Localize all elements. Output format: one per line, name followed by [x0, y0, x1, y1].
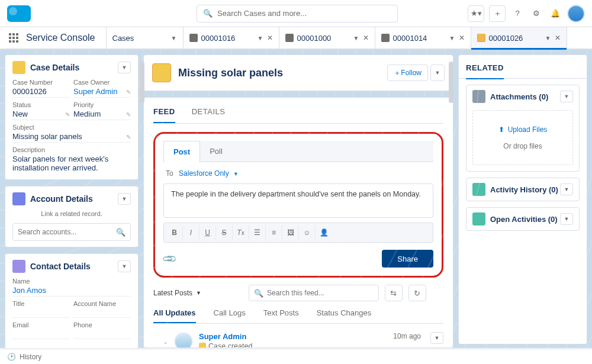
clear-format-button[interactable]: Tx: [233, 226, 249, 240]
feed-item-menu[interactable]: ▼: [430, 332, 443, 344]
bulleted-list-button[interactable]: ☰: [249, 226, 266, 240]
case-owner-link[interactable]: Super Admin: [73, 87, 131, 98]
card-menu-button[interactable]: ▼: [560, 183, 573, 195]
numbered-list-button[interactable]: ≡: [266, 226, 282, 240]
feed-refresh-button[interactable]: ↻: [408, 285, 426, 301]
workspace-tab-00001026[interactable]: 00001026 ▼ ✕: [471, 27, 567, 49]
composer-tab-post[interactable]: Post: [163, 141, 200, 162]
favorites-button[interactable]: ★▾: [468, 5, 484, 22]
mid-scrollbar[interactable]: [449, 62, 453, 103]
bold-button[interactable]: B: [166, 226, 183, 240]
italic-button[interactable]: I: [183, 226, 200, 240]
subtab-call-logs[interactable]: Call Logs: [214, 308, 246, 323]
help-icon[interactable]: ?: [510, 7, 525, 21]
edit-icon[interactable]: ✎: [65, 111, 70, 118]
workspace-tab-00001014[interactable]: 00001014 ▼ ✕: [375, 27, 471, 49]
field-label: Phone: [73, 321, 131, 328]
field-label: Account Name: [73, 300, 131, 307]
workspace: Case Details ▼ Case Number 00001026 Case…: [0, 50, 592, 348]
chevron-down-icon[interactable]: ▼: [253, 35, 263, 41]
composer-visibility[interactable]: To Salesforce Only ▼: [163, 169, 433, 178]
card-menu-button[interactable]: ▼: [118, 260, 131, 272]
tab-details[interactable]: DETAILS: [192, 107, 226, 123]
app-name: Service Console: [26, 27, 107, 49]
feed-timestamp: 10m ago: [393, 332, 421, 340]
follow-menu-button[interactable]: ▼: [430, 65, 445, 81]
account-search-field[interactable]: [18, 228, 116, 236]
feed-search[interactable]: 🔍: [249, 285, 379, 301]
post-body-textarea[interactable]: The people in the delivery department sh…: [163, 183, 433, 218]
mention-button[interactable]: 👤: [316, 226, 332, 240]
setup-gear-icon[interactable]: ⚙: [529, 7, 543, 21]
app-launcher-button[interactable]: [7, 27, 20, 49]
user-avatar[interactable]: [567, 5, 585, 22]
insert-image-button[interactable]: 🖼: [282, 226, 299, 240]
field-label: Subject: [12, 124, 131, 131]
feed-card: FEED DETAILS Post Poll To Salesforce Onl…: [143, 97, 453, 348]
chevron-down-icon[interactable]: ▼: [540, 35, 551, 41]
card-menu-button[interactable]: ▼: [118, 62, 131, 73]
card-menu-button[interactable]: ▼: [560, 91, 573, 102]
account-search-input[interactable]: 🔍: [12, 223, 131, 241]
upload-files-button[interactable]: ⬆ Upload Files: [498, 125, 548, 134]
feed-controls: Latest Posts ▼ 🔍 ⇆ ↻: [153, 285, 443, 301]
field-label: Priority: [73, 101, 131, 108]
app-nav-bar: Service Console Cases ▼ 00001016 ▼ ✕ 000…: [0, 27, 592, 50]
edit-icon[interactable]: ✎: [126, 111, 131, 118]
close-tab-icon[interactable]: ✕: [263, 34, 273, 42]
share-button[interactable]: Share: [382, 250, 433, 268]
feed-search-input[interactable]: [267, 289, 374, 297]
edit-icon[interactable]: ✎: [126, 134, 131, 140]
expand-icon[interactable]: ⌄: [163, 338, 168, 346]
global-search[interactable]: 🔍 Search Cases and more...: [197, 5, 398, 22]
feed-action-text: Case created: [208, 342, 252, 348]
notifications-bell-icon[interactable]: 🔔: [548, 7, 562, 21]
tab-feed[interactable]: FEED: [153, 107, 175, 123]
global-header: 🔍 Search Cases and more... ★▾ ＋ ? ⚙ 🔔: [0, 0, 592, 27]
contact-phone-value: [73, 330, 131, 339]
field-label: Status: [12, 101, 70, 108]
composer-tab-poll[interactable]: Poll: [200, 141, 232, 162]
workspace-tab-00001016[interactable]: 00001016 ▼ ✕: [184, 27, 279, 49]
attach-file-icon[interactable]: 📎: [161, 250, 178, 267]
close-tab-icon[interactable]: ✕: [551, 34, 561, 42]
upload-label: Upload Files: [508, 125, 548, 134]
global-search-placeholder: Search Cases and more...: [217, 9, 307, 18]
case-icon: [152, 63, 171, 82]
left-scrollbar[interactable]: [140, 62, 144, 103]
history-button[interactable]: History: [20, 353, 41, 361]
feed-filter-button[interactable]: ⇆: [385, 285, 403, 301]
close-tab-icon[interactable]: ✕: [359, 34, 369, 42]
upload-dropzone[interactable]: ⬆ Upload Files Or drop files: [472, 110, 573, 165]
workspace-tab-00001000[interactable]: 00001000 ▼ ✕: [279, 27, 375, 49]
subtab-status-changes[interactable]: Status Changes: [317, 308, 372, 323]
insert-emoji-button[interactable]: ☺: [299, 226, 316, 240]
case-icon: [477, 34, 485, 42]
case-icon: [12, 61, 25, 74]
subtab-all-updates[interactable]: All Updates: [153, 308, 196, 323]
case-number-value: 00001026: [12, 87, 70, 98]
card-menu-button[interactable]: ▼: [118, 193, 131, 205]
edit-owner-icon[interactable]: ✎: [126, 89, 131, 95]
record-title: Missing solar panels: [178, 67, 283, 79]
chevron-down-icon[interactable]: ▼: [166, 35, 177, 41]
feed-author-avatar[interactable]: [174, 332, 193, 348]
contact-name-link[interactable]: Jon Amos: [12, 286, 131, 297]
sort-label: Latest Posts: [153, 289, 192, 297]
underline-button[interactable]: U: [200, 226, 216, 240]
chevron-down-icon[interactable]: ▼: [445, 35, 455, 41]
feed-author-link[interactable]: Super Admin: [199, 332, 387, 341]
follow-button[interactable]: ＋ Follow: [387, 65, 428, 81]
sort-latest-posts[interactable]: Latest Posts ▼: [153, 289, 201, 297]
contact-details-card: Contact Details ▼ Name Jon Amos Title Ac…: [5, 253, 139, 349]
priority-value: Medium: [73, 109, 131, 120]
global-add-button[interactable]: ＋: [489, 5, 506, 22]
caret-down-icon: ▼: [196, 290, 201, 296]
close-tab-icon[interactable]: ✕: [455, 34, 465, 42]
strikethrough-button[interactable]: S: [216, 226, 233, 240]
card-menu-button[interactable]: ▼: [560, 213, 573, 225]
subtab-text-posts[interactable]: Text Posts: [263, 308, 299, 323]
field-label: Email: [12, 321, 70, 328]
nav-item-cases[interactable]: Cases ▼: [107, 27, 184, 49]
chevron-down-icon[interactable]: ▼: [349, 35, 359, 41]
